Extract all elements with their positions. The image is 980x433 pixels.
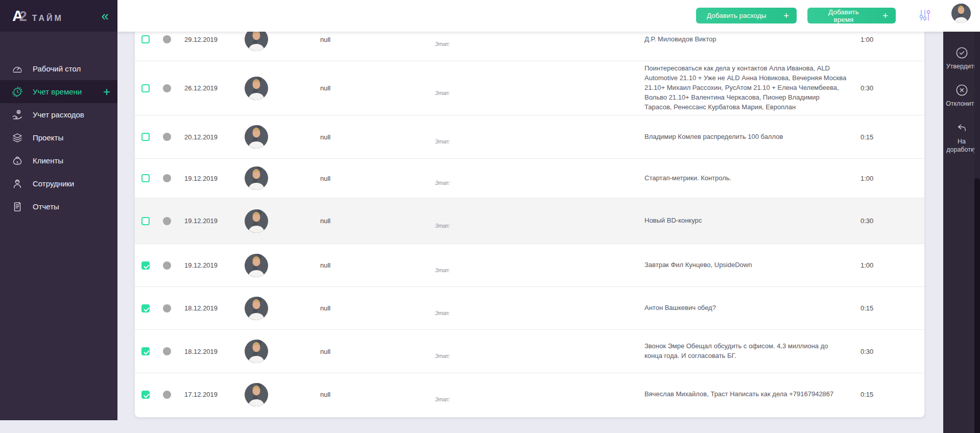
employees-icon (11, 178, 23, 190)
app-logo: A 2 ТАЙМ (12, 8, 63, 23)
row-checkbox[interactable] (141, 133, 150, 141)
sidebar-header: A 2 ТАЙМ « (0, 0, 117, 32)
time-entry-row[interactable]: 26.12.2019 null Этап: Поинтересоваться к… (135, 61, 924, 115)
sidebar-item-expense-tracking[interactable]: Учет расходов (0, 103, 117, 126)
status-dot-cell (163, 373, 171, 416)
entry-duration: 0:30 (861, 61, 873, 115)
row-checkbox[interactable] (141, 174, 150, 182)
add-expenses-label: Добавить расходы (707, 12, 767, 19)
entry-stage-label: Этап: (435, 287, 450, 329)
status-dot (163, 84, 171, 92)
row-checkbox[interactable] (141, 391, 150, 399)
entry-description: Владимир Комлев распределить 100 баллов (644, 115, 848, 158)
status-dot (163, 133, 171, 141)
time-entry-row[interactable]: 17.12.2019 null Этап: Вячеслав Михайлов,… (135, 373, 924, 416)
revision-button[interactable]: На доработку (945, 121, 978, 154)
vertical-scrollbar-thumb[interactable] (974, 178, 980, 433)
entry-stage-label: Этап: (435, 244, 450, 286)
status-dot-cell (163, 198, 171, 244)
time-entry-row[interactable]: 19.12.2019 null Этап: Завтрак Фил Кунцев… (135, 244, 924, 287)
add-expenses-button[interactable]: Добавить расходы + (696, 8, 797, 23)
sidebar-item-reports[interactable]: Отчеты (0, 195, 117, 218)
return-arrow-icon (955, 121, 969, 135)
row-checkbox[interactable] (141, 217, 150, 225)
entry-stage-label: Этап: (435, 32, 450, 61)
user-avatar[interactable] (951, 4, 971, 23)
entry-stage-label: Этап: (435, 159, 450, 198)
status-dot-cell (163, 244, 171, 286)
status-dot (163, 347, 171, 355)
status-dot (163, 304, 171, 312)
row-checkbox[interactable] (141, 347, 150, 355)
sidebar-item-label: Учет времени (33, 87, 82, 96)
sidebar-item-clients[interactable]: s Клиенты (0, 149, 117, 172)
logo-digit-2: 2 (19, 10, 27, 23)
time-entry-row[interactable]: 18.12.2019 null Этап: Звонок Эмре Обещал… (135, 330, 924, 373)
vertical-scrollbar-track[interactable] (974, 32, 980, 433)
time-entry-row[interactable]: 19.12.2019 null Этап: Стартап-метрики. К… (135, 159, 924, 198)
approve-button[interactable]: Утвердить (945, 46, 978, 70)
row-checkbox[interactable] (141, 261, 150, 270)
entry-project: null (320, 198, 330, 244)
reject-label: Отклонить (945, 100, 978, 108)
employee-avatar-cell (245, 32, 268, 61)
sidebar-collapse-icon[interactable]: « (102, 9, 107, 22)
add-time-entry-icon[interactable]: + (103, 86, 110, 98)
entries-list: 29.12.2019 null Этап: Д.Р. Миловидов Вик… (135, 32, 924, 416)
status-dot (163, 217, 171, 225)
status-dot-cell (163, 330, 171, 373)
entry-date: 29.12.2019 (184, 32, 218, 61)
employee-avatar-cell (245, 61, 268, 115)
sidebar-item-time-tracking[interactable]: Учет времени + (0, 80, 117, 103)
employee-avatar-cell (245, 373, 268, 416)
sidebar-item-label: Отчеты (33, 202, 59, 211)
entry-date: 19.12.2019 (184, 159, 218, 198)
employee-avatar-cell (245, 115, 268, 158)
employee-avatar (245, 125, 268, 149)
time-entry-row[interactable]: 29.12.2019 null Этап: Д.Р. Миловидов Вик… (135, 32, 924, 61)
revision-label: На доработку (945, 137, 978, 154)
entry-date: 20.12.2019 (184, 115, 218, 158)
employee-avatar-cell (245, 330, 268, 373)
filter-sliders-icon[interactable] (919, 9, 930, 22)
status-dot (163, 391, 171, 399)
sidebar-item-dashboard[interactable]: Рабочий стол (0, 57, 117, 80)
employee-avatar (245, 254, 268, 277)
add-time-button[interactable]: Добавить время + (807, 8, 896, 23)
row-checkbox-cell (141, 244, 150, 286)
entry-stage-label: Этап: (435, 61, 450, 115)
row-checkbox[interactable] (141, 84, 150, 92)
entry-stage-label: Этап: (435, 373, 450, 416)
employee-avatar-cell (245, 287, 268, 329)
entry-description: Звонок Эмре Обещал обсудить с офисом. 4,… (644, 330, 848, 373)
row-checkbox-cell (141, 287, 150, 329)
entry-date: 26.12.2019 (184, 61, 218, 115)
status-dot (163, 35, 171, 43)
entry-duration: 0:30 (861, 198, 873, 244)
sidebar-item-projects[interactable]: Проекты (0, 126, 117, 149)
sidebar-item-label: Учет расходов (33, 110, 84, 119)
reports-icon (11, 201, 23, 213)
time-entry-row[interactable]: 19.12.2019 null Этап: Новый BD-конкурс 0… (135, 198, 924, 244)
entry-project: null (320, 159, 330, 198)
entry-project: null (320, 330, 330, 373)
entry-project: null (320, 287, 330, 329)
employee-avatar (245, 32, 268, 51)
row-checkbox-cell (141, 115, 150, 158)
time-entry-row[interactable]: 20.12.2019 null Этап: Владимир Комлев ра… (135, 115, 924, 159)
sidebar-item-employees[interactable]: Сотрудники (0, 172, 117, 195)
clients-icon: s (11, 155, 23, 167)
status-dot-cell (163, 61, 171, 115)
row-checkbox[interactable] (141, 35, 150, 43)
reject-cross-icon (955, 83, 969, 97)
approve-check-icon (955, 46, 969, 60)
entry-project: null (320, 61, 330, 115)
time-entry-row[interactable]: 18.12.2019 null Этап: Антон Вашкевич обе… (135, 287, 924, 330)
employee-avatar-cell (245, 159, 268, 198)
entry-stage-label: Этап: (435, 330, 450, 373)
plus-icon: + (882, 10, 888, 21)
row-checkbox[interactable] (141, 304, 150, 312)
status-dot-cell (163, 32, 171, 61)
reject-button[interactable]: Отклонить (945, 83, 978, 108)
sidebar-item-label: Рабочий стол (33, 64, 81, 73)
